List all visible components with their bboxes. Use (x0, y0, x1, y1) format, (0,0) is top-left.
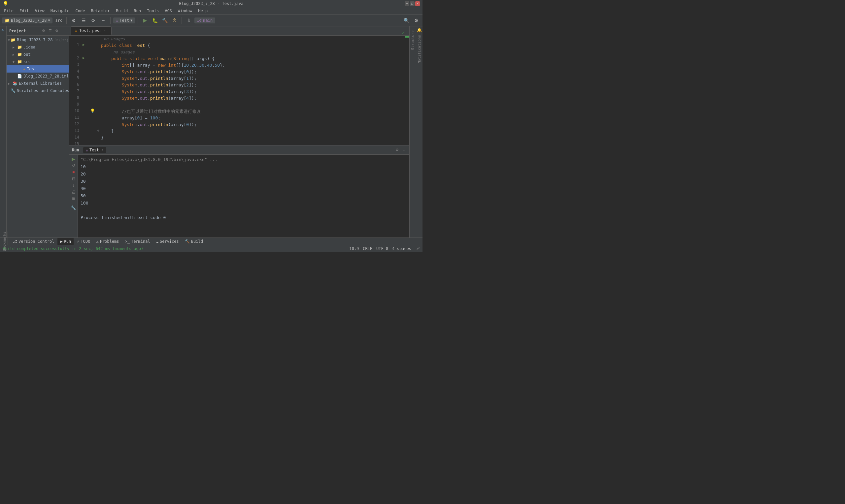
vcs-label: Version Control (18, 239, 54, 244)
run-panel: Run ☕ Test × ⚙ − (69, 145, 409, 237)
window-title: Blog_J2023_7_28 - Test.java (179, 1, 243, 6)
structure-button[interactable]: ☰ (79, 16, 88, 25)
table-row: 15 (69, 141, 405, 145)
run-trash-button[interactable]: 🗑 (71, 196, 76, 201)
tab-test-java[interactable]: ☕ Test.java × (71, 26, 111, 35)
tree-item-iml[interactable]: 📄 Blog_J2023_7_28.iml (6, 73, 69, 80)
bottom-tab-problems[interactable]: ⚠ Problems (93, 238, 122, 245)
bulb (89, 82, 96, 88)
branch-selector[interactable]: ⎇ main (194, 17, 215, 23)
menu-item-window[interactable]: Window (175, 7, 195, 15)
run-tab-close[interactable]: × (102, 148, 104, 152)
run-play-button[interactable]: ▶ (71, 156, 76, 162)
panel-settings-button[interactable]: ⚙ (54, 28, 60, 34)
run-filter-button[interactable]: ⊟ (71, 176, 76, 182)
line-arrow[interactable]: ▶ (83, 55, 89, 62)
run-close-button[interactable]: − (401, 147, 407, 153)
menu-item-code[interactable]: Code (73, 7, 88, 15)
menu-item-view[interactable]: View (32, 7, 47, 15)
panel-collapse-button[interactable]: − (60, 28, 66, 34)
notifications-icon[interactable]: 🔔 (417, 28, 422, 32)
run-rerun-button[interactable]: ↺ (71, 163, 76, 168)
menu-item-tools[interactable]: Tools (144, 7, 161, 15)
maximize-button[interactable]: □ (410, 1, 415, 6)
bottom-tab-services[interactable]: ☁ Services (154, 238, 181, 245)
menu-item-vcs[interactable]: VCS (162, 7, 175, 15)
code-content: System.out.println(array[4]); (101, 95, 405, 102)
charset[interactable]: UTF-8 (376, 246, 388, 251)
menu-item-run[interactable]: Run (131, 7, 144, 15)
branch-name: main (203, 18, 213, 23)
run-exit-message: Process finished with exit code 0 (81, 214, 407, 221)
line-fold (96, 82, 101, 88)
bulb-icon[interactable]: 💡 (89, 108, 96, 115)
indent-size[interactable]: 4 spaces (392, 246, 411, 251)
bookmarks-label[interactable]: Bookmarks (2, 232, 6, 251)
table-row: 4 System.out.println(array[0]); (69, 69, 405, 75)
arrow-icon: ▼ (8, 38, 10, 42)
bottom-tab-run[interactable]: ▶ Run (57, 238, 74, 245)
run-scroll-button[interactable]: ↓ (71, 182, 76, 188)
line-number: 14 (69, 134, 83, 141)
run-label: Run (72, 148, 79, 152)
menu-item-refactor[interactable]: Refactor (88, 7, 112, 15)
tree-item-scratches[interactable]: 🔧 Scratches and Consoles (6, 87, 69, 94)
tree-item-idea[interactable]: ▶ 📁 .idea (6, 43, 69, 51)
code-editor[interactable]: no usages 1 ▶ public class Test { (69, 36, 409, 145)
project-icon[interactable]: P (1, 29, 5, 31)
project-selector[interactable]: 📁 Blog_J2023_7_28 ▼ (2, 17, 52, 23)
run-settings2-button[interactable]: 🔧 (71, 205, 76, 211)
profile-button[interactable]: ⏱ (170, 16, 179, 25)
tree-item-test[interactable]: ☕ Test (6, 65, 69, 73)
services-icon: ☁ (156, 239, 158, 244)
line-fold (96, 141, 101, 145)
line-arrow (83, 95, 89, 102)
code-content: System.out.println(array[0]); (101, 69, 405, 75)
bottom-tab-build[interactable]: 🔨 Build (182, 238, 206, 245)
bulb (89, 49, 96, 55)
toolbar-separator-4 (181, 17, 182, 24)
tree-item-out[interactable]: ▶ 📁 out (6, 51, 69, 58)
run-stop-button[interactable]: ■ (71, 169, 76, 175)
bottom-tab-terminal[interactable]: >_ Terminal (122, 238, 153, 245)
bottom-tab-version-control[interactable]: ⎇ Version Control (10, 238, 57, 245)
cursor-position[interactable]: 10:9 (349, 246, 359, 251)
close-button[interactable]: ✕ (415, 1, 420, 6)
settings-main-button[interactable]: ⚙ (412, 16, 421, 25)
notifications-label[interactable]: Notifications (417, 35, 422, 63)
tree-item-src[interactable]: ▼ 📁 src (6, 58, 69, 65)
menu-item-navigate[interactable]: Navigate (48, 7, 72, 15)
menu-item-edit[interactable]: Edit (17, 7, 32, 15)
sync-button[interactable]: ⟳ (89, 16, 98, 25)
line-number: 3 (69, 62, 83, 69)
build-button[interactable]: 🔨 (160, 16, 169, 25)
tree-item-root[interactable]: ▼ 📁 Blog_J2023_7_28 D:\Project\JAVA\Blog… (6, 36, 69, 43)
run-tabs: Run ☕ Test × (72, 147, 106, 153)
panel-gear-button[interactable]: ⚙ (40, 28, 47, 34)
menu-item-build[interactable]: Build (113, 7, 130, 15)
collapse-button[interactable]: − (99, 16, 108, 25)
line-separator[interactable]: CRLF (363, 246, 372, 251)
code-scroll-area[interactable]: no usages 1 ▶ public class Test { (69, 36, 405, 145)
menu-item-help[interactable]: Help (195, 7, 210, 15)
minimize-button[interactable]: ─ (405, 1, 409, 6)
run-button[interactable]: ▶ (141, 16, 149, 25)
bottom-tab-todo[interactable]: ✓ TODO (74, 238, 93, 245)
line-arrow[interactable]: ▶ (83, 42, 89, 49)
tab-close-button[interactable]: × (103, 29, 107, 33)
structure-label[interactable]: Structure (411, 30, 415, 50)
panel-list-button[interactable]: ☰ (47, 28, 53, 34)
status-right: 10:9 CRLF UTF-8 4 spaces ⎇ (349, 246, 420, 251)
search-button[interactable]: 🔍 (402, 16, 411, 25)
run-tab-test[interactable]: ☕ Test × (83, 147, 106, 153)
tree-item-external[interactable]: ▶ 📚 External Libraries (6, 80, 69, 87)
line-number: 10 (69, 108, 83, 115)
line-fold[interactable]: ⊖ (96, 128, 101, 134)
vcs-update-button[interactable]: ⇩ (184, 16, 193, 25)
run-config-selector[interactable]: ☕ Test ▼ (113, 17, 135, 23)
settings-button[interactable]: ⚙ (69, 16, 78, 25)
menu-item-file[interactable]: File (1, 7, 16, 15)
run-print-button[interactable]: 🖨 (71, 189, 76, 195)
run-settings-button[interactable]: ⚙ (394, 147, 400, 153)
debug-button[interactable]: 🐛 (151, 16, 159, 25)
